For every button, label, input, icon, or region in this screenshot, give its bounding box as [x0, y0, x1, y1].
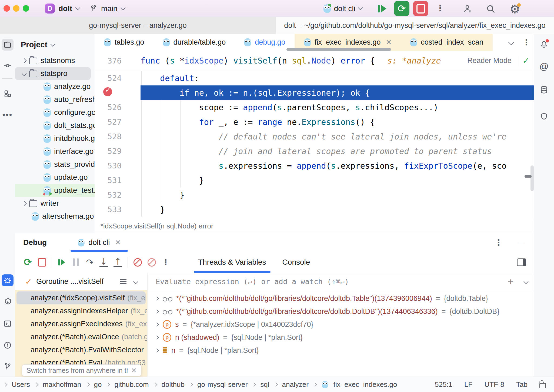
tree-item-writer[interactable]: writer [15, 197, 95, 210]
terminal-tool-button[interactable] [2, 318, 14, 330]
tree-item-configure-go[interactable]: configure.go [15, 106, 95, 119]
tree-chevron-icon[interactable] [22, 58, 26, 63]
code-area[interactable]: 524 default: if ne, ok := n.(sql.Express… [95, 71, 534, 219]
code-line-533[interactable]: 533 } [95, 202, 534, 217]
tree-item-statsnoms[interactable]: statsnoms [15, 54, 95, 67]
tree-item-auto-refresh-[interactable]: auto_refresh. [15, 93, 95, 106]
code-line-527[interactable]: 527 for _, e := range ne.Expressions() { [95, 115, 534, 129]
branch-selector[interactable]: main [89, 0, 125, 17]
rerun-debug-button[interactable]: ⟳ [394, 1, 409, 16]
breadcrumb-item[interactable]: sql [260, 380, 269, 389]
editor-tab-tables-go[interactable]: tables.go [95, 34, 153, 51]
database-tool-button[interactable] [538, 84, 550, 96]
close-tab-icon[interactable]: ✕ [386, 38, 392, 46]
run-tool-button[interactable] [2, 296, 14, 308]
tree-item-analyze-go[interactable]: analyze.go [15, 80, 95, 93]
expand-chevron-icon[interactable] [155, 322, 159, 327]
breadcrumb-item[interactable]: analyzer [282, 380, 309, 389]
chevron-down-icon[interactable] [523, 279, 528, 284]
variable-row[interactable]: ps={*analyzer.idxScope | 0x140023dcf70} [148, 318, 534, 331]
breadcrumb-item[interactable]: go-mysql-server [197, 380, 248, 389]
expand-chevron-icon[interactable] [155, 335, 159, 340]
variable-row[interactable]: *(*"github.com/dolthub/dolt/go/libraries… [148, 305, 534, 318]
step-over-button[interactable]: ↷ [83, 255, 97, 269]
expand-chevron-icon[interactable] [155, 348, 159, 353]
close-hint-icon[interactable]: ✕ [131, 367, 137, 374]
tree-item-update-test-g[interactable]: update_test.g [15, 184, 95, 197]
expand-chevron-icon[interactable] [155, 296, 159, 301]
code-line-531[interactable]: 531 } [95, 173, 534, 188]
editor-tab-durable-table-go[interactable]: durable/table.go [153, 34, 235, 51]
step-into-button[interactable]: ↓ [97, 255, 111, 269]
variable-row[interactable]: n={sql.Node | *plan.Sort} [148, 344, 534, 357]
editor-breadcrumb-bar[interactable]: *idxScope.visitSelf(n sql.Node) error [95, 219, 534, 233]
unlock-icon[interactable] [539, 383, 546, 388]
stack-frame[interactable]: analyzer.(*Batch).evalOnce(batch.g [15, 330, 147, 343]
maximize-window-button[interactable] [23, 5, 29, 12]
minimize-panel-button[interactable]: — [517, 238, 525, 247]
status-indent-style[interactable]: Tab [516, 380, 528, 389]
view-breakpoints-button[interactable] [131, 255, 145, 269]
tree-item-dolt-stats-go[interactable]: dolt_stats.go [15, 119, 95, 132]
minimize-window-button[interactable] [13, 5, 19, 12]
code-line-529[interactable]: 529 // join and lateral scopes are promo… [95, 144, 534, 158]
code-line-530[interactable]: 530 s.expressions = append(s.expressions… [95, 158, 534, 173]
resume-button[interactable] [55, 255, 69, 269]
layout-settings-icon[interactable] [517, 258, 526, 266]
search-icon[interactable] [486, 4, 496, 14]
step-out-button[interactable]: ↑ [111, 255, 125, 269]
debug-options-menu[interactable]: ⋮ [494, 238, 503, 247]
close-window-button[interactable] [4, 5, 10, 12]
more-tools-button[interactable]: ••• [2, 109, 14, 121]
stack-frame[interactable]: analyzer.(*idxScope).visitSelf(fix_e [16, 291, 146, 304]
project-panel-header[interactable]: Project [15, 34, 95, 54]
code-line[interactable]: if ne, ok := n.(sql.Expressioner); ok { [95, 85, 534, 100]
evaluate-expression-bar[interactable]: Evaluate expression (↵) or add a watch (… [148, 273, 534, 290]
chevron-down-icon[interactable] [133, 279, 138, 284]
debug-tool-button[interactable] [2, 274, 14, 286]
hidden-tabs-chevron[interactable] [508, 39, 514, 45]
status-line-ending[interactable]: LF [464, 380, 472, 389]
code-line-532[interactable]: 532 } [95, 188, 534, 202]
breadcrumb-item[interactable]: Users [12, 380, 30, 389]
frames-filter-icon[interactable] [120, 281, 126, 282]
settings-button[interactable]: ⚙ [510, 2, 520, 16]
breadcrumb-item[interactable]: go [94, 380, 102, 389]
inspections-ok-icon[interactable]: ✓ [523, 56, 529, 65]
code-line-528[interactable]: 528 // default nodes can't see lateral j… [95, 129, 534, 144]
variable-row[interactable]: pn (shadowed)={sql.Node | *plan.Sort} [148, 331, 534, 344]
mute-breakpoints-button[interactable] [145, 255, 159, 269]
more-actions-menu[interactable]: ⋮ [436, 4, 445, 12]
close-session-icon[interactable]: ✕ [115, 238, 121, 247]
resume-program-button[interactable] [378, 0, 386, 17]
debug-session-tab[interactable]: dolt cli ✕ [71, 233, 128, 252]
stack-frame[interactable]: analyzer.assignExecIndexes(fix_exe [15, 317, 147, 330]
security-tool-button[interactable] [538, 110, 550, 122]
tab-threads-variables[interactable]: Threads & Variables [190, 252, 274, 273]
commit-tool-button[interactable] [2, 60, 14, 72]
editor-scrollbar-thumb[interactable] [530, 165, 534, 191]
project-tool-button[interactable] [2, 39, 14, 51]
tree-item-stats-provide[interactable]: stats_provide [15, 158, 95, 171]
tree-item-initdbhook-go[interactable]: initdbhook.go [15, 132, 95, 145]
breadcrumb-item[interactable]: github.com [114, 380, 149, 389]
breakpoint-icon[interactable] [103, 87, 112, 96]
tab-scrollbar-thumb[interactable] [286, 48, 391, 51]
breadcrumb-item[interactable]: dolthub [162, 380, 185, 389]
tree-item-alterschema-go[interactable]: alterschema.go [15, 210, 95, 223]
code-line-524[interactable]: 524 default: [95, 71, 534, 85]
pause-button[interactable] [69, 255, 83, 269]
stack-frame[interactable]: analyzer.assignIndexesHelper(fix_e [15, 304, 147, 317]
toolbar-more-menu[interactable]: ⋮ [159, 255, 173, 269]
reader-mode-label[interactable]: Reader Mode [467, 57, 512, 65]
editor-tab-costed-index-scan[interactable]: costed_index_scan [401, 34, 492, 51]
variable-row[interactable]: *(*"github.com/dolthub/dolt/go/libraries… [148, 292, 534, 305]
stack-frame[interactable]: analyzer.(*Batch).EvalWithSelector [15, 343, 147, 356]
ai-assistant-button[interactable]: @ [538, 60, 550, 72]
stop-process-button[interactable] [35, 255, 49, 269]
add-watch-icon[interactable]: + [508, 276, 513, 287]
tree-item-interface-go[interactable]: interface.go [15, 145, 95, 158]
frames-header[interactable]: ✓ Goroutine ....visitSelf [15, 273, 147, 290]
tree-item-statspro[interactable]: statspro [15, 67, 91, 80]
stop-button[interactable] [413, 1, 428, 16]
